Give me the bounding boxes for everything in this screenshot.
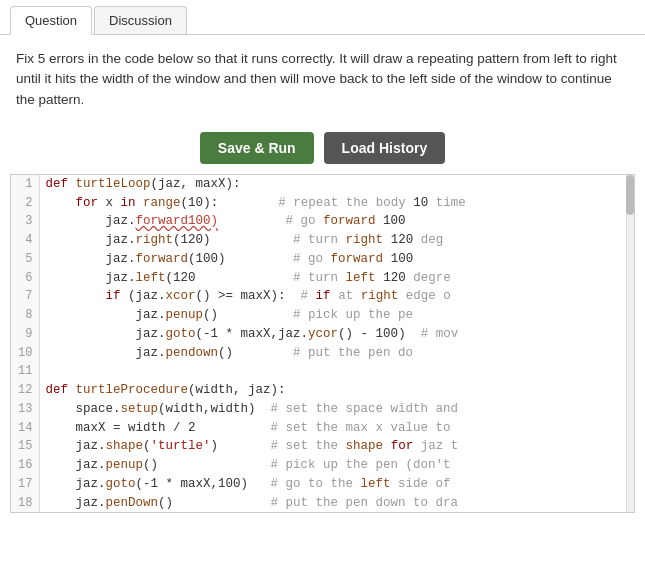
line-number: 12: [11, 381, 39, 400]
table-row: 15 jaz.shape('turtle') # set the shape f…: [11, 437, 634, 456]
line-number: 14: [11, 419, 39, 438]
code-table: 1def turtleLoop(jaz, maxX):2 for x in ra…: [11, 175, 634, 513]
line-number: 7: [11, 287, 39, 306]
line-number: 10: [11, 344, 39, 363]
code-line-content[interactable]: jaz.left(120 # turn left 120 degre: [39, 269, 634, 288]
line-number: 3: [11, 212, 39, 231]
table-row: 2 for x in range(10): # repeat the body …: [11, 194, 634, 213]
table-row: 11: [11, 362, 634, 381]
line-number: 15: [11, 437, 39, 456]
code-line-content[interactable]: for x in range(10): # repeat the body 10…: [39, 194, 634, 213]
line-number: 16: [11, 456, 39, 475]
code-line-content[interactable]: space.setup(width,width) # set the space…: [39, 400, 634, 419]
table-row: 12def turtleProcedure(width, jaz):: [11, 381, 634, 400]
line-number: 9: [11, 325, 39, 344]
table-row: 7 if (jaz.xcor() >= maxX): # if at right…: [11, 287, 634, 306]
table-row: 10 jaz.pendown() # put the pen do: [11, 344, 634, 363]
table-row: 18 jaz.penDown() # put the pen down to d…: [11, 494, 634, 513]
line-number: 5: [11, 250, 39, 269]
line-number: 17: [11, 475, 39, 494]
code-line-content[interactable]: jaz.penup() # pick up the pe: [39, 306, 634, 325]
table-row: 16 jaz.penup() # pick up the pen (don't: [11, 456, 634, 475]
save-run-button[interactable]: Save & Run: [200, 132, 314, 164]
line-number: 8: [11, 306, 39, 325]
code-line-content[interactable]: jaz.forward(100) # go forward 100: [39, 250, 634, 269]
table-row: 17 jaz.goto(-1 * maxX,100) # go to the l…: [11, 475, 634, 494]
code-line-content[interactable]: jaz.shape('turtle') # set the shape for …: [39, 437, 634, 456]
line-number: 13: [11, 400, 39, 419]
code-line-content[interactable]: jaz.forward100) # go forward 100: [39, 212, 634, 231]
code-line-content[interactable]: jaz.goto(-1 * maxX,jaz.ycor() - 100) # m…: [39, 325, 634, 344]
code-editor[interactable]: 1def turtleLoop(jaz, maxX):2 for x in ra…: [10, 174, 635, 514]
line-number: 1: [11, 175, 39, 194]
line-number: 2: [11, 194, 39, 213]
tab-discussion[interactable]: Discussion: [94, 6, 187, 34]
code-line-content[interactable]: jaz.goto(-1 * maxX,100) # go to the left…: [39, 475, 634, 494]
code-line-content[interactable]: def turtleProcedure(width, jaz):: [39, 381, 634, 400]
load-history-button[interactable]: Load History: [324, 132, 446, 164]
line-number: 6: [11, 269, 39, 288]
table-row: 4 jaz.right(120) # turn right 120 deg: [11, 231, 634, 250]
code-line-content[interactable]: jaz.right(120) # turn right 120 deg: [39, 231, 634, 250]
toolbar: Save & Run Load History: [0, 120, 645, 174]
code-line-content[interactable]: jaz.penup() # pick up the pen (don't: [39, 456, 634, 475]
description-text: Fix 5 errors in the code below so that i…: [0, 35, 645, 120]
tab-question[interactable]: Question: [10, 6, 92, 35]
tabs-container: Question Discussion: [0, 0, 645, 35]
table-row: 8 jaz.penup() # pick up the pe: [11, 306, 634, 325]
code-line-content[interactable]: jaz.pendown() # put the pen do: [39, 344, 634, 363]
code-line-content[interactable]: [39, 362, 634, 381]
scrollbar-thumb[interactable]: [626, 175, 634, 215]
scrollbar-track[interactable]: [626, 175, 634, 513]
table-row: 5 jaz.forward(100) # go forward 100: [11, 250, 634, 269]
code-line-content[interactable]: maxX = width / 2 # set the max x value t…: [39, 419, 634, 438]
table-row: 14 maxX = width / 2 # set the max x valu…: [11, 419, 634, 438]
code-line-content[interactable]: def turtleLoop(jaz, maxX):: [39, 175, 634, 194]
table-row: 9 jaz.goto(-1 * maxX,jaz.ycor() - 100) #…: [11, 325, 634, 344]
line-number: 11: [11, 362, 39, 381]
code-line-content[interactable]: jaz.penDown() # put the pen down to dra: [39, 494, 634, 513]
table-row: 6 jaz.left(120 # turn left 120 degre: [11, 269, 634, 288]
table-row: 3 jaz.forward100) # go forward 100: [11, 212, 634, 231]
line-number: 18: [11, 494, 39, 513]
table-row: 13 space.setup(width,width) # set the sp…: [11, 400, 634, 419]
code-line-content[interactable]: if (jaz.xcor() >= maxX): # if at right e…: [39, 287, 634, 306]
line-number: 4: [11, 231, 39, 250]
table-row: 1def turtleLoop(jaz, maxX):: [11, 175, 634, 194]
